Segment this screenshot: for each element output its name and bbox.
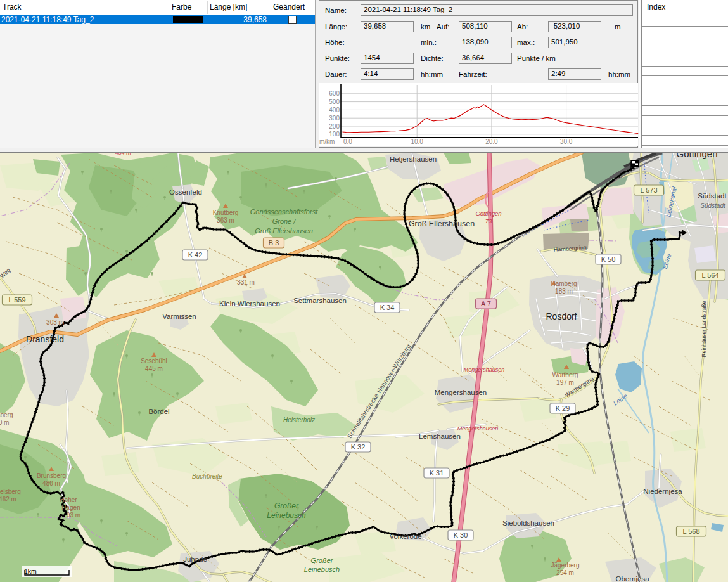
svg-text:Südstadt: Südstadt <box>698 192 727 200</box>
svg-text:Göttingen: Göttingen <box>475 210 501 217</box>
svg-text:30.0: 30.0 <box>560 138 573 145</box>
svg-text:Niedernjesa: Niedernjesa <box>643 488 682 495</box>
svg-text:480 m: 480 m <box>42 480 60 487</box>
svg-text:Lemshausen: Lemshausen <box>419 432 461 440</box>
svg-text:Mengershausen: Mengershausen <box>464 366 505 373</box>
svg-text:Groß Ellershausen: Groß Ellershausen <box>255 227 313 235</box>
svg-text:K 34: K 34 <box>380 304 395 311</box>
svg-text:200: 200 <box>329 123 340 130</box>
svg-text:Großer: Großer <box>274 501 299 510</box>
svg-text:m/km: m/km <box>319 138 335 145</box>
svg-text:L 573: L 573 <box>640 186 657 194</box>
svg-text:Rosdorf: Rosdorf <box>546 311 577 321</box>
svg-text:Jühnde: Jühnde <box>183 555 207 563</box>
svg-text:A 7: A 7 <box>481 300 491 307</box>
svg-text:Leinebusch: Leinebusch <box>267 511 306 520</box>
svg-text:Hagen: Hagen <box>61 504 80 511</box>
svg-text:B 3: B 3 <box>269 239 279 247</box>
svg-text:73: 73 <box>485 217 492 224</box>
svg-text:engelsberg: engelsberg <box>0 488 21 495</box>
svg-text:10.0: 10.0 <box>411 138 423 145</box>
svg-text:L 568: L 568 <box>682 527 699 535</box>
svg-text:100: 100 <box>329 131 340 138</box>
svg-text:Südstadt: Südstadt <box>700 202 726 209</box>
svg-text:400: 400 <box>329 107 340 113</box>
svg-text:Groß Ellershausen: Groß Ellershausen <box>409 219 475 228</box>
svg-text:434 m: 434 m <box>115 153 131 156</box>
svg-text:K 42: K 42 <box>188 251 203 259</box>
svg-text:L 564: L 564 <box>701 271 718 279</box>
svg-text:Grone /: Grone / <box>272 217 297 225</box>
svg-text:K 50: K 50 <box>601 255 616 263</box>
svg-text:Hoher: Hoher <box>60 496 77 503</box>
svg-text:Bördel: Bördel <box>148 408 169 415</box>
svg-text:363 m: 363 m <box>217 217 234 224</box>
svg-text:Dransfeld: Dransfeld <box>26 334 64 344</box>
svg-text:254 m: 254 m <box>556 569 574 576</box>
svg-text:0.0: 0.0 <box>343 138 352 145</box>
svg-text:K 31: K 31 <box>430 469 444 477</box>
svg-text:Knutberg: Knutberg <box>213 209 239 216</box>
svg-text:183 m: 183 m <box>555 288 573 295</box>
svg-text:600: 600 <box>329 90 340 97</box>
svg-text:Mengershausen: Mengershausen <box>457 425 499 432</box>
svg-text:Varmissen: Varmissen <box>162 313 196 320</box>
svg-text:20.0: 20.0 <box>485 138 498 145</box>
svg-text:K 30: K 30 <box>454 531 468 539</box>
svg-text:462 m: 462 m <box>0 496 16 503</box>
svg-text:300: 300 <box>329 115 340 122</box>
svg-text:Klein Wiershausen: Klein Wiershausen <box>219 300 280 307</box>
svg-text:1km: 1km <box>24 567 37 575</box>
svg-text:Brunsberg: Brunsberg <box>37 472 66 479</box>
svg-text:Hamberg: Hamberg <box>551 280 577 287</box>
svg-text:Hetjershausen: Hetjershausen <box>390 155 437 163</box>
svg-text:L 559: L 559 <box>8 296 25 304</box>
svg-text:Buchbreite: Buchbreite <box>192 473 222 480</box>
svg-text:sberg: sberg <box>0 411 13 418</box>
svg-text:Leinebusch: Leinebusch <box>304 566 340 573</box>
svg-text:K 32: K 32 <box>351 443 366 451</box>
svg-text:Heisterholz: Heisterholz <box>283 417 315 424</box>
svg-text:93 m: 93 m <box>67 512 80 519</box>
svg-text:Mengershausen: Mengershausen <box>435 389 487 396</box>
svg-text:Obernjesa: Obernjesa <box>615 575 649 582</box>
svg-text:331 m: 331 m <box>237 279 255 286</box>
svg-text:500: 500 <box>329 98 340 105</box>
svg-text:K 29: K 29 <box>556 404 570 412</box>
svg-text:Reinhäuser Landstraße: Reinhäuser Landstraße <box>701 301 707 357</box>
svg-text:Settmarshausen: Settmarshausen <box>293 297 347 304</box>
svg-text:Genossenschaftsforst: Genossenschaftsforst <box>250 208 318 216</box>
svg-text:Göttingen: Göttingen <box>676 153 717 159</box>
svg-text:303 m: 303 m <box>46 319 64 326</box>
svg-text:0 m: 0 m <box>0 419 9 426</box>
svg-text:Großer: Großer <box>311 557 334 564</box>
svg-text:Sesebühl: Sesebühl <box>141 358 167 365</box>
svg-text:Ossenfeld: Ossenfeld <box>169 188 202 196</box>
svg-text:197 m: 197 m <box>556 379 574 386</box>
svg-text:Volkerode: Volkerode <box>389 533 421 540</box>
svg-text:Sieboldshausen: Sieboldshausen <box>502 519 554 527</box>
svg-text:Wartberg: Wartberg <box>552 372 578 378</box>
svg-text:Jägerberg: Jägerberg <box>551 562 579 569</box>
svg-text:445 m: 445 m <box>145 365 163 372</box>
